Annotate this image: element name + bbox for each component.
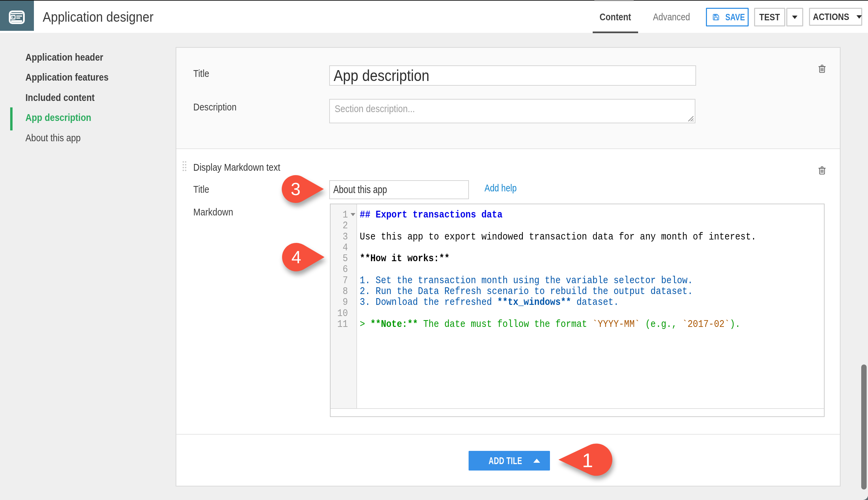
svg-text:3: 3 [291, 179, 301, 199]
svg-text:1: 1 [582, 449, 593, 471]
svg-text:4: 4 [292, 247, 301, 267]
